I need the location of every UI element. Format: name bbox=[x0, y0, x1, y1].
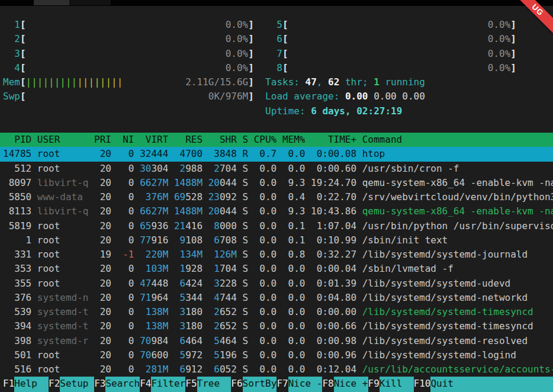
fkey-f5[interactable]: F5Tree bbox=[185, 377, 231, 392]
column-header-pri[interactable]: PRI bbox=[94, 133, 111, 147]
process-row-14785[interactable]: 14785root2003244447003848R0.70.00:00.08h… bbox=[0, 147, 553, 161]
cell-command: /sbin/init text bbox=[362, 233, 553, 248]
cell-cpu: 0.0 bbox=[254, 334, 277, 348]
meter-body: 0.0% bbox=[288, 18, 511, 32]
cell-text: 353 bbox=[14, 263, 31, 274]
process-row-355[interactable]: 355root2004744864243228S0.00.00:01.39/li… bbox=[0, 277, 553, 291]
cell-text: 2 bbox=[214, 306, 220, 317]
cell-text: 000 bbox=[220, 220, 237, 232]
cell-res: 134M bbox=[174, 248, 202, 262]
column-header-shr[interactable]: SHR bbox=[208, 133, 237, 147]
meter-value: 0.0% bbox=[488, 18, 511, 32]
fkey-f6[interactable]: F6SortBy bbox=[231, 377, 276, 392]
cell-user: root bbox=[37, 362, 89, 377]
cell-text: 0.0 bbox=[288, 335, 306, 346]
process-row-376[interactable]: 376systemd-n2007196453444744S0.00.00:04.… bbox=[0, 291, 553, 305]
cell-text: 2 bbox=[180, 163, 186, 174]
cell-res: 1488M bbox=[174, 176, 202, 190]
process-row-1[interactable]: 1root2007791691086708S0.00.10:10.99/sbin… bbox=[0, 233, 553, 248]
fkey-key: F2 bbox=[49, 377, 60, 392]
column-header-res[interactable]: RES bbox=[174, 133, 202, 147]
cell-text: 0.0 bbox=[288, 292, 306, 303]
fkey-f10[interactable]: F10Quit bbox=[414, 377, 465, 392]
meter-swp: Swp[0K/976M] bbox=[3, 89, 254, 104]
cell-user: systemd-n bbox=[37, 291, 89, 305]
fkey-f2[interactable]: F2Setup bbox=[49, 377, 94, 392]
cell-text: 228 bbox=[220, 278, 237, 289]
process-row-512[interactable]: 512root2003030429882704S0.00.00:00.60/us… bbox=[0, 162, 553, 176]
cell-text: 20 bbox=[208, 177, 220, 188]
cell-text: 0 bbox=[128, 292, 134, 303]
process-row-516[interactable]: 516root200281M69126052S0.00.00:12.04/usr… bbox=[0, 362, 553, 377]
process-row-5819[interactable]: 5819root20065936214168000S0.00.11:07.04/… bbox=[0, 219, 553, 233]
meter-open-bracket: [ bbox=[282, 32, 288, 46]
column-header-virt[interactable]: VIRT bbox=[140, 133, 168, 147]
meter-mem: Mem[|||||||||||||||||2.11G/15.6G] bbox=[3, 75, 254, 89]
column-header-mem[interactable]: MEM% bbox=[282, 133, 306, 147]
fkey-f7[interactable]: F7Nice - bbox=[276, 377, 322, 392]
cell-ni: 0 bbox=[117, 305, 134, 319]
fkey-key: F7 bbox=[276, 377, 288, 392]
meter-value: 0.0% bbox=[488, 32, 511, 46]
cell-text: 512 bbox=[14, 163, 31, 174]
column-header-pid[interactable]: PID bbox=[3, 133, 31, 147]
column-header-ni[interactable]: NI bbox=[117, 133, 134, 147]
cell-text: 70 bbox=[140, 335, 151, 346]
cell-mem: 0.0 bbox=[282, 348, 306, 362]
meter-caption: Swp bbox=[3, 89, 20, 104]
cell-text: 0 bbox=[128, 263, 134, 274]
cell-res: 6464 bbox=[174, 334, 202, 348]
cell-text: 0.0 bbox=[288, 306, 306, 317]
cell-time: 0:00.66 bbox=[311, 319, 356, 333]
cell-text: 20 bbox=[208, 205, 220, 217]
fkey-f4[interactable]: F4Filter bbox=[140, 377, 185, 392]
cell-text: 0 bbox=[128, 306, 134, 317]
meter-open-bracket: [ bbox=[20, 18, 26, 32]
column-header-user[interactable]: USER bbox=[37, 133, 89, 147]
cell-text: 0:12.04 bbox=[317, 364, 356, 375]
column-header-state[interactable]: S bbox=[242, 133, 248, 147]
cell-command: /lib/systemd/systemd-resolved bbox=[362, 334, 553, 348]
cell-mem: 0.0 bbox=[282, 147, 306, 161]
cell-pid: 8097 bbox=[3, 176, 31, 190]
cell-pid: 353 bbox=[3, 262, 31, 276]
fkey-f3[interactable]: F3Search bbox=[94, 377, 140, 392]
cell-text: 0 bbox=[128, 220, 134, 232]
process-row-5850[interactable]: 5850www-data200376M6952823092S0.00.40:22… bbox=[0, 190, 553, 204]
cell-mem: 0.0 bbox=[282, 262, 306, 276]
fkey-f9[interactable]: F9Kill bbox=[368, 377, 414, 392]
cell-text: 5850 bbox=[9, 191, 32, 203]
column-header-cpu[interactable]: CPU% bbox=[254, 133, 277, 147]
fkey-f1[interactable]: F1Help bbox=[3, 377, 49, 392]
cell-text: 6 bbox=[180, 364, 186, 375]
process-row-8097[interactable]: 8097libvirt-q2006627M1488M20044S0.09.319… bbox=[0, 176, 553, 190]
cell-state: S bbox=[242, 176, 248, 190]
cell-shr: 3848 bbox=[208, 147, 237, 161]
cell-res: 69528 bbox=[174, 190, 202, 204]
process-row-353[interactable]: 353root200103M19281704S0.00.00:00.04/sbi… bbox=[0, 262, 553, 276]
process-row-501[interactable]: 501root2007060059725196S0.00.00:00.96/li… bbox=[0, 348, 553, 362]
process-row-394[interactable]: 394systemd-t200138M31802652S0.00.00:00.6… bbox=[0, 319, 553, 333]
cell-command: htop bbox=[362, 147, 553, 161]
process-row-331[interactable]: 331root19-1220M134M126MS0.00.80:32.27/li… bbox=[0, 248, 553, 262]
htop-content: 1[0.0%]2[0.0%]3[0.0%]4[0.0%]Mem[||||||||… bbox=[0, 18, 553, 392]
meter-caption: 7 bbox=[265, 47, 282, 61]
cell-text: 652 bbox=[220, 320, 237, 332]
column-header-time[interactable]: TIME+ bbox=[311, 133, 356, 147]
cell-text: 0.0 bbox=[288, 278, 306, 289]
cell-text: 0 bbox=[128, 163, 134, 174]
process-row-539[interactable]: 539systemd-t200138M31802652S0.00.00:00.0… bbox=[0, 305, 553, 319]
fkey-f8[interactable]: F8Nice + bbox=[322, 377, 368, 392]
cell-text: S bbox=[242, 163, 248, 174]
fkey-label: SortBy bbox=[243, 377, 277, 392]
cell-mem: 0.0 bbox=[282, 319, 306, 333]
cell-virt: 32444 bbox=[140, 147, 168, 161]
process-row-8113[interactable]: 8113libvirt-q2006627M1488M20044S0.09.310… bbox=[0, 204, 553, 219]
cell-text: 448 bbox=[151, 278, 168, 289]
cell-time: 0:32.27 bbox=[311, 248, 356, 262]
cell-pri: 20 bbox=[94, 334, 111, 348]
process-row-398[interactable]: 398systemd-r2007098464645464S0.00.00:00.… bbox=[0, 334, 553, 348]
column-header-command[interactable]: Command bbox=[362, 133, 553, 147]
tasks-summary-segment: Tasks: bbox=[265, 75, 305, 89]
cell-text: 20 bbox=[100, 349, 111, 361]
